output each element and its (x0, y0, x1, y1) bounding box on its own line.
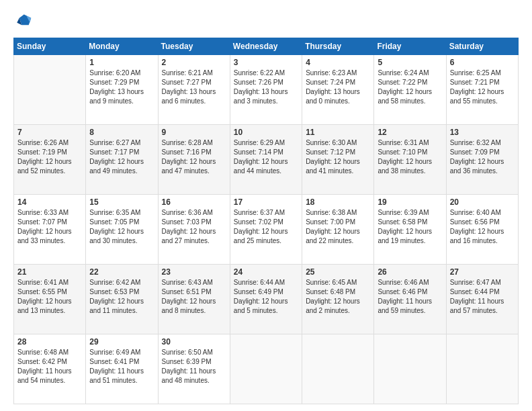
day-info: Sunrise: 6:42 AM Sunset: 6:53 PM Dayligh… (89, 278, 154, 316)
day-info: Sunrise: 6:27 AM Sunset: 7:17 PM Dayligh… (89, 138, 154, 176)
day-info: Sunrise: 6:48 AM Sunset: 6:42 PM Dayligh… (17, 348, 82, 385)
day-info: Sunrise: 6:29 AM Sunset: 7:14 PM Dayligh… (234, 138, 298, 176)
day-number: 15 (89, 197, 154, 207)
day-info: Sunrise: 6:39 AM Sunset: 6:58 PM Dayligh… (378, 208, 442, 246)
calendar-week-row: 14Sunrise: 6:33 AM Sunset: 7:07 PM Dayli… (14, 195, 519, 265)
day-number: 24 (234, 267, 298, 277)
calendar-day-cell (14, 55, 86, 125)
calendar-day-cell: 10Sunrise: 6:29 AM Sunset: 7:14 PM Dayli… (230, 125, 302, 195)
calendar-day-cell: 3Sunrise: 6:22 AM Sunset: 7:26 PM Daylig… (230, 55, 302, 125)
calendar-day-cell: 26Sunrise: 6:46 AM Sunset: 6:46 PM Dayli… (374, 265, 446, 334)
calendar-day-cell: 13Sunrise: 6:32 AM Sunset: 7:09 PM Dayli… (446, 125, 518, 195)
calendar-week-row: 28Sunrise: 6:48 AM Sunset: 6:42 PM Dayli… (14, 334, 519, 404)
calendar-week-row: 21Sunrise: 6:41 AM Sunset: 6:55 PM Dayli… (14, 265, 519, 334)
calendar-day-cell: 23Sunrise: 6:43 AM Sunset: 6:51 PM Dayli… (158, 265, 230, 334)
calendar-day-cell: 27Sunrise: 6:47 AM Sunset: 6:44 PM Dayli… (446, 265, 518, 334)
calendar-day-cell: 8Sunrise: 6:27 AM Sunset: 7:17 PM Daylig… (86, 125, 158, 195)
calendar-day-cell: 18Sunrise: 6:38 AM Sunset: 7:00 PM Dayli… (302, 195, 374, 265)
calendar-day-cell (302, 334, 374, 404)
day-number: 14 (17, 197, 82, 207)
day-number: 6 (450, 58, 515, 67)
day-number: 4 (306, 58, 370, 67)
day-info: Sunrise: 6:25 AM Sunset: 7:21 PM Dayligh… (450, 68, 515, 106)
day-number: 19 (378, 197, 442, 207)
day-number: 18 (306, 197, 370, 207)
day-number: 12 (378, 128, 442, 137)
day-number: 25 (306, 267, 370, 277)
day-info: Sunrise: 6:37 AM Sunset: 7:02 PM Dayligh… (234, 208, 298, 246)
calendar-day-cell: 22Sunrise: 6:42 AM Sunset: 6:53 PM Dayli… (86, 265, 158, 334)
day-number: 8 (89, 128, 154, 137)
day-number: 30 (162, 337, 226, 347)
day-info: Sunrise: 6:49 AM Sunset: 6:41 PM Dayligh… (89, 348, 154, 385)
calendar-day-cell: 1Sunrise: 6:20 AM Sunset: 7:29 PM Daylig… (86, 55, 158, 125)
day-number: 20 (450, 197, 515, 207)
calendar-day-cell: 20Sunrise: 6:40 AM Sunset: 6:56 PM Dayli… (446, 195, 518, 265)
header-friday: Friday (374, 38, 446, 55)
day-number: 7 (17, 128, 82, 137)
calendar-header-row: Sunday Monday Tuesday Wednesday Thursday… (14, 38, 519, 55)
day-number: 13 (450, 128, 515, 137)
day-number: 22 (89, 267, 154, 277)
day-number: 1 (89, 58, 154, 67)
day-number: 9 (162, 128, 226, 137)
header (13, 12, 519, 31)
day-info: Sunrise: 6:31 AM Sunset: 7:10 PM Dayligh… (378, 138, 442, 176)
header-saturday: Saturday (446, 38, 518, 55)
calendar-day-cell: 17Sunrise: 6:37 AM Sunset: 7:02 PM Dayli… (230, 195, 302, 265)
day-number: 26 (378, 267, 442, 277)
calendar-day-cell: 16Sunrise: 6:36 AM Sunset: 7:03 PM Dayli… (158, 195, 230, 265)
day-number: 16 (162, 197, 226, 207)
calendar-day-cell: 30Sunrise: 6:50 AM Sunset: 6:39 PM Dayli… (158, 334, 230, 404)
day-number: 5 (378, 58, 442, 67)
calendar-day-cell: 28Sunrise: 6:48 AM Sunset: 6:42 PM Dayli… (14, 334, 86, 404)
day-info: Sunrise: 6:33 AM Sunset: 7:07 PM Dayligh… (17, 208, 82, 246)
day-info: Sunrise: 6:28 AM Sunset: 7:16 PM Dayligh… (162, 138, 226, 176)
calendar-day-cell: 6Sunrise: 6:25 AM Sunset: 7:21 PM Daylig… (446, 55, 518, 125)
day-number: 29 (89, 337, 154, 347)
day-info: Sunrise: 6:47 AM Sunset: 6:44 PM Dayligh… (450, 278, 515, 316)
header-sunday: Sunday (14, 38, 86, 55)
day-info: Sunrise: 6:50 AM Sunset: 6:39 PM Dayligh… (162, 348, 226, 385)
day-number: 17 (234, 197, 298, 207)
calendar-day-cell: 14Sunrise: 6:33 AM Sunset: 7:07 PM Dayli… (14, 195, 86, 265)
day-number: 23 (162, 267, 226, 277)
calendar-day-cell (230, 334, 302, 404)
logo-icon (13, 12, 32, 31)
calendar-day-cell: 2Sunrise: 6:21 AM Sunset: 7:27 PM Daylig… (158, 55, 230, 125)
calendar-week-row: 1Sunrise: 6:20 AM Sunset: 7:29 PM Daylig… (14, 55, 519, 125)
calendar-day-cell: 29Sunrise: 6:49 AM Sunset: 6:41 PM Dayli… (86, 334, 158, 404)
day-number: 10 (234, 128, 298, 137)
day-info: Sunrise: 6:43 AM Sunset: 6:51 PM Dayligh… (162, 278, 226, 316)
day-info: Sunrise: 6:38 AM Sunset: 7:00 PM Dayligh… (306, 208, 370, 246)
day-info: Sunrise: 6:44 AM Sunset: 6:49 PM Dayligh… (234, 278, 298, 316)
day-info: Sunrise: 6:21 AM Sunset: 7:27 PM Dayligh… (162, 68, 226, 106)
calendar-day-cell: 24Sunrise: 6:44 AM Sunset: 6:49 PM Dayli… (230, 265, 302, 334)
calendar-day-cell: 11Sunrise: 6:30 AM Sunset: 7:12 PM Dayli… (302, 125, 374, 195)
calendar-table: Sunday Monday Tuesday Wednesday Thursday… (13, 38, 519, 404)
calendar-day-cell (374, 334, 446, 404)
day-info: Sunrise: 6:36 AM Sunset: 7:03 PM Dayligh… (162, 208, 226, 246)
day-number: 28 (17, 337, 82, 347)
day-info: Sunrise: 6:23 AM Sunset: 7:24 PM Dayligh… (306, 68, 370, 106)
calendar-day-cell: 7Sunrise: 6:26 AM Sunset: 7:19 PM Daylig… (14, 125, 86, 195)
calendar-day-cell: 4Sunrise: 6:23 AM Sunset: 7:24 PM Daylig… (302, 55, 374, 125)
header-wednesday: Wednesday (230, 38, 302, 55)
day-info: Sunrise: 6:46 AM Sunset: 6:46 PM Dayligh… (378, 278, 442, 316)
calendar-day-cell: 25Sunrise: 6:45 AM Sunset: 6:48 PM Dayli… (302, 265, 374, 334)
calendar-day-cell: 15Sunrise: 6:35 AM Sunset: 7:05 PM Dayli… (86, 195, 158, 265)
day-number: 11 (306, 128, 370, 137)
header-tuesday: Tuesday (158, 38, 230, 55)
day-info: Sunrise: 6:35 AM Sunset: 7:05 PM Dayligh… (89, 208, 154, 246)
header-thursday: Thursday (302, 38, 374, 55)
day-number: 27 (450, 267, 515, 277)
header-monday: Monday (86, 38, 158, 55)
day-number: 21 (17, 267, 82, 277)
day-info: Sunrise: 6:22 AM Sunset: 7:26 PM Dayligh… (234, 68, 298, 106)
day-number: 3 (234, 58, 298, 67)
day-info: Sunrise: 6:41 AM Sunset: 6:55 PM Dayligh… (17, 278, 82, 316)
day-info: Sunrise: 6:24 AM Sunset: 7:22 PM Dayligh… (378, 68, 442, 106)
calendar-day-cell: 5Sunrise: 6:24 AM Sunset: 7:22 PM Daylig… (374, 55, 446, 125)
day-info: Sunrise: 6:40 AM Sunset: 6:56 PM Dayligh… (450, 208, 515, 246)
day-info: Sunrise: 6:20 AM Sunset: 7:29 PM Dayligh… (89, 68, 154, 106)
